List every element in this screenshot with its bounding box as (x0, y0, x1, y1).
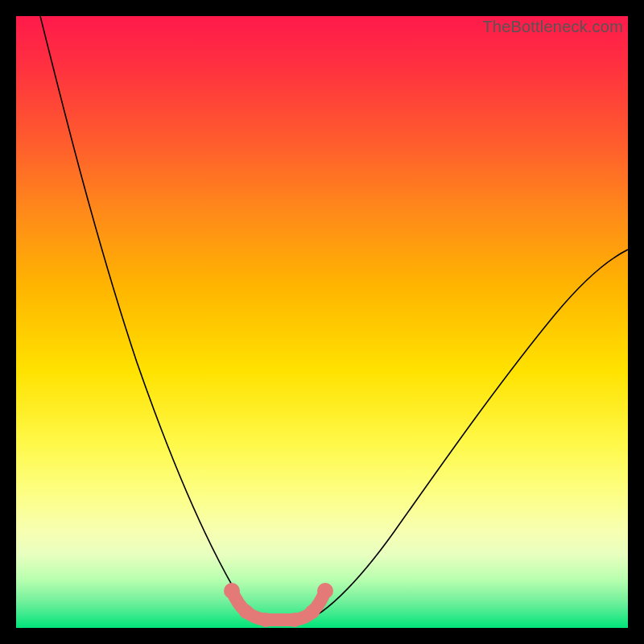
optimal-region-bump-4 (305, 605, 320, 619)
chart-svg (16, 16, 628, 628)
chart-frame: TheBottleneck.com (8, 8, 636, 636)
chart-plot-area: TheBottleneck.com (16, 16, 628, 628)
curve-right-branch (306, 250, 628, 620)
optimal-region-bump-3 (287, 613, 302, 627)
optimal-region-bump-1 (239, 605, 254, 619)
optimal-region-bump-2 (258, 613, 273, 627)
curve-left-branch (40, 16, 266, 620)
